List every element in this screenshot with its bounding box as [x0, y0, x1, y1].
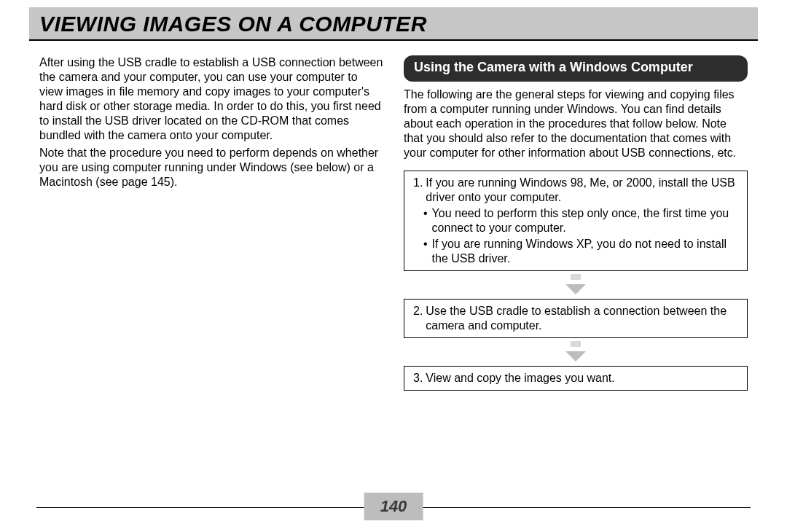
page: VIEWING IMAGES ON A COMPUTER After using…	[0, 7, 787, 532]
arrow-down-icon	[404, 341, 748, 361]
intro-paragraph-1: After using the USB cradle to establish …	[39, 55, 383, 143]
page-title: VIEWING IMAGES ON A COMPUTER	[39, 12, 748, 36]
section-heading-windows: Using the Camera with a Windows Computer	[404, 55, 748, 82]
step-1: 1. If you are running Windows 98, Me, or…	[413, 176, 740, 205]
step-box-3: 3. View and copy the images you want.	[404, 366, 748, 391]
right-column: Using the Camera with a Windows Computer…	[404, 55, 758, 391]
bullet-icon: •	[423, 206, 428, 235]
arrow-down-icon	[404, 274, 748, 294]
step-1-bullet-2: • If you are running Windows XP, you do …	[423, 237, 740, 266]
left-column: After using the USB cradle to establish …	[29, 55, 383, 391]
intro-paragraph-2: Note that the procedure you need to perf…	[39, 146, 383, 189]
page-footer: 140	[29, 493, 758, 522]
step-3: 3. View and copy the images you want.	[413, 371, 740, 386]
header-bar: VIEWING IMAGES ON A COMPUTER	[29, 7, 758, 41]
step-box-1: 1. If you are running Windows 98, Me, or…	[404, 171, 748, 271]
page-number: 140	[364, 493, 423, 520]
step-1-bullet-1: • You need to perform this step only onc…	[423, 206, 740, 235]
windows-intro-paragraph: The following are the general steps for …	[404, 87, 748, 160]
step-text: If you are running Windows 98, Me, or 20…	[426, 176, 740, 205]
step-text: View and copy the images you want.	[426, 371, 740, 386]
step-text: Use the USB cradle to establish a connec…	[426, 304, 740, 333]
step-number: 2.	[413, 304, 423, 333]
step-box-2: 2. Use the USB cradle to establish a con…	[404, 299, 748, 338]
step-2: 2. Use the USB cradle to establish a con…	[413, 304, 740, 333]
content-columns: After using the USB cradle to establish …	[29, 55, 758, 391]
bullet-icon: •	[423, 237, 428, 266]
step-number: 1.	[413, 176, 423, 205]
step-number: 3.	[413, 371, 423, 386]
bullet-text: If you are running Windows XP, you do no…	[432, 237, 740, 266]
bullet-text: You need to perform this step only once,…	[432, 206, 740, 235]
